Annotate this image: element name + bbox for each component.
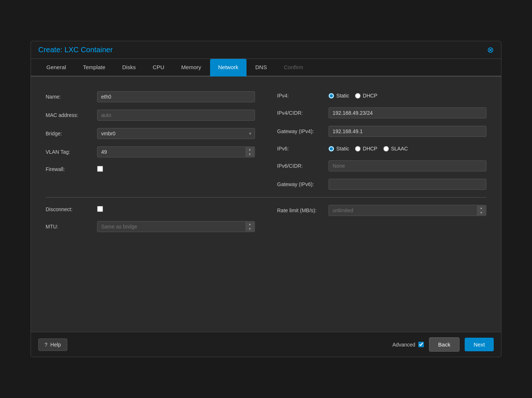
bridge-select[interactable]: vmbr0	[97, 128, 255, 139]
tab-template[interactable]: Template	[75, 59, 113, 77]
gateway-ipv6-control	[329, 179, 486, 190]
firewall-control	[97, 166, 255, 173]
ipv6-slaac-option[interactable]: SLAAC	[383, 146, 408, 152]
bottom-bar: ? Help Advanced Back Next	[31, 332, 501, 357]
bottom-left-column: Disconnect: MTU: ▲ ▼	[46, 201, 255, 236]
back-button[interactable]: Back	[429, 337, 460, 352]
rate-limit-row: Rate limit (MB/s): ▲ ▼	[277, 201, 486, 220]
mac-control	[97, 110, 255, 121]
ipv6-dhcp-label: DHCP	[363, 146, 377, 152]
gateway-ipv4-row: Gateway (IPv4):	[277, 122, 486, 141]
bridge-control: vmbr0 ▾	[97, 128, 255, 139]
name-control	[97, 91, 255, 102]
ipv6cidr-control	[329, 160, 486, 171]
ipv4-static-option[interactable]: Static	[329, 93, 349, 99]
ipv4-dhcp-radio[interactable]	[355, 93, 361, 99]
rate-limit-control: ▲ ▼	[329, 205, 486, 216]
ipv4-radio-group: Static DHCP	[329, 93, 486, 99]
section-divider	[46, 193, 486, 201]
firewall-label: Firewall:	[46, 166, 97, 172]
ipv6cidr-label: IPv6/CIDR:	[277, 163, 329, 169]
vlan-label: VLAN Tag:	[46, 149, 97, 155]
mac-input[interactable]	[97, 110, 255, 121]
help-icon: ?	[45, 342, 47, 348]
ipv4cidr-label: IPv4/CIDR:	[277, 110, 329, 116]
ipv4-control: Static DHCP	[329, 93, 486, 99]
ipv4-label: IPv4:	[277, 93, 329, 99]
ipv4cidr-row: IPv4/CIDR:	[277, 104, 486, 122]
vlan-down-button[interactable]: ▼	[245, 152, 254, 157]
tab-memory[interactable]: Memory	[173, 59, 209, 77]
ipv6-static-radio[interactable]	[329, 146, 334, 152]
form-content: Name: MAC address: Bridge:	[31, 77, 501, 332]
bottom-right-column: Rate limit (MB/s): ▲ ▼	[277, 201, 486, 236]
mtu-input[interactable]	[97, 221, 255, 232]
ipv4-dhcp-label: DHCP	[363, 93, 377, 99]
ipv6-static-label: Static	[336, 146, 349, 152]
vlan-input[interactable]	[97, 146, 255, 157]
ipv6cidr-row: IPv6/CIDR:	[277, 157, 486, 175]
right-column: IPv4: Static DHCP	[277, 88, 486, 193]
ipv6-slaac-label: SLAAC	[391, 146, 408, 152]
bridge-row: Bridge: vmbr0 ▾	[46, 124, 255, 143]
help-button[interactable]: ? Help	[38, 338, 67, 351]
ipv6-dhcp-radio[interactable]	[355, 146, 361, 152]
gateway-ipv4-label: Gateway (IPv4):	[277, 128, 329, 134]
gateway-ipv4-input[interactable]	[329, 126, 486, 137]
vlan-up-button[interactable]: ▲	[245, 147, 254, 152]
ipv4-dhcp-option[interactable]: DHCP	[355, 93, 377, 99]
dialog-title: Create: LXC Container	[38, 46, 113, 54]
firewall-row: Firewall:	[46, 161, 255, 177]
form-section: Name: MAC address: Bridge:	[46, 88, 486, 236]
ipv4cidr-input[interactable]	[329, 107, 486, 118]
mtu-control: ▲ ▼	[97, 221, 255, 232]
gateway-ipv4-control	[329, 126, 486, 137]
name-input[interactable]	[97, 91, 255, 102]
rate-limit-input[interactable]	[329, 205, 486, 216]
next-button[interactable]: Next	[465, 338, 494, 351]
mac-label: MAC address:	[46, 112, 97, 118]
tab-confirm: Confirm	[276, 59, 311, 77]
ipv6-slaac-radio[interactable]	[383, 146, 389, 152]
rate-limit-spinner: ▲ ▼	[477, 206, 486, 215]
ipv6cidr-input[interactable]	[329, 160, 486, 171]
gateway-ipv6-label: Gateway (IPv6):	[277, 181, 329, 187]
right-actions: Advanced Back Next	[393, 337, 494, 352]
ipv4-static-radio[interactable]	[329, 93, 334, 99]
rate-limit-up-button[interactable]: ▲	[477, 206, 486, 210]
ipv6-dhcp-option[interactable]: DHCP	[355, 146, 377, 152]
mtu-up-button[interactable]: ▲	[245, 222, 254, 227]
ipv6-static-option[interactable]: Static	[329, 146, 349, 152]
close-button[interactable]: ⊗	[487, 46, 494, 54]
disconnect-label: Disconnect:	[46, 206, 97, 212]
vlan-row: VLAN Tag: ▲ ▼	[46, 143, 255, 161]
disconnect-row: Disconnect:	[46, 201, 255, 217]
mtu-spinner: ▲ ▼	[245, 222, 254, 231]
gateway-ipv6-input[interactable]	[329, 179, 486, 190]
rate-limit-down-button[interactable]: ▼	[477, 210, 486, 215]
tab-dns[interactable]: DNS	[247, 59, 275, 77]
tab-general[interactable]: General	[38, 59, 74, 77]
tab-disks[interactable]: Disks	[114, 59, 144, 77]
create-lxc-dialog: Create: LXC Container ⊗ General Template…	[31, 41, 501, 357]
tab-network[interactable]: Network	[210, 59, 247, 77]
advanced-option[interactable]: Advanced	[393, 342, 424, 348]
ipv6-label: IPv6:	[277, 146, 329, 152]
name-row: Name:	[46, 88, 255, 106]
name-label: Name:	[46, 94, 97, 100]
tab-cpu[interactable]: CPU	[145, 59, 173, 77]
advanced-label-text: Advanced	[393, 342, 415, 348]
disconnect-checkbox[interactable]	[97, 206, 103, 212]
ipv6-control: Static DHCP SLAAC	[329, 146, 486, 152]
firewall-checkbox[interactable]	[97, 166, 103, 172]
help-label: Help	[50, 342, 61, 348]
mtu-down-button[interactable]: ▼	[245, 227, 254, 231]
advanced-checkbox[interactable]	[418, 342, 424, 347]
rate-limit-label: Rate limit (MB/s):	[277, 207, 329, 213]
vlan-control: ▲ ▼	[97, 146, 255, 157]
gateway-ipv6-row: Gateway (IPv6):	[277, 175, 486, 193]
mac-row: MAC address:	[46, 106, 255, 124]
ipv4cidr-control	[329, 107, 486, 118]
title-bar: Create: LXC Container ⊗	[31, 41, 501, 59]
disconnect-control	[97, 206, 255, 213]
